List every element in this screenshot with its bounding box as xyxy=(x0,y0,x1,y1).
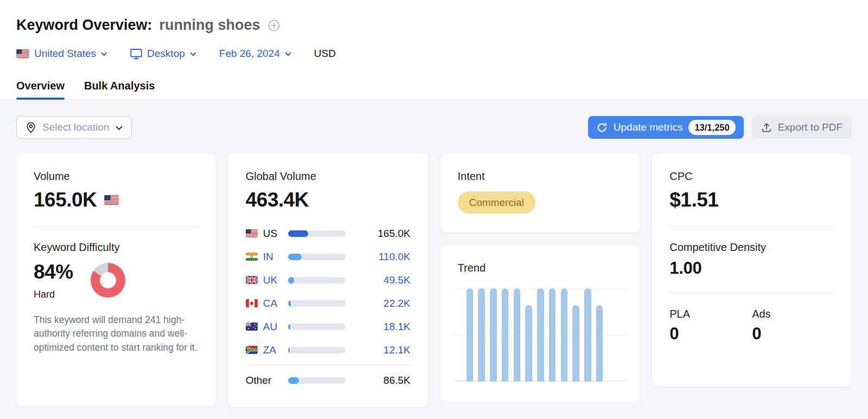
page-title: Keyword Overview: xyxy=(16,15,152,35)
trend-bar xyxy=(549,288,556,382)
country-code[interactable]: CA xyxy=(263,298,288,310)
country-volume-value[interactable]: 49.5K xyxy=(346,274,411,286)
location-pin-icon xyxy=(25,121,36,133)
date-selector[interactable]: Feb 26, 2024 xyxy=(219,47,291,61)
other-volume-row: Other86.5K xyxy=(246,369,411,392)
trend-bar xyxy=(467,288,474,382)
update-metrics-button[interactable]: Update metrics 13/1,250 xyxy=(588,116,744,139)
volume-bar-track xyxy=(288,254,346,260)
ads-label: Ads xyxy=(752,307,834,320)
intent-trend-column: Intent Commercial Trend xyxy=(441,153,640,402)
volume-bar-track xyxy=(288,230,346,237)
trend-bar xyxy=(514,288,521,382)
divider xyxy=(669,226,834,227)
country-code[interactable]: AU xyxy=(263,321,288,333)
country-code[interactable]: ZA xyxy=(263,344,288,356)
country-volume-row[interactable]: CA22.2K xyxy=(246,292,411,315)
select-location-button[interactable]: Select location xyxy=(16,116,132,139)
us-flag xyxy=(246,229,258,237)
device-selector[interactable]: Desktop xyxy=(130,47,196,61)
trend-bar xyxy=(490,288,497,382)
toolbar: Select location Update metrics 13/1,250 … xyxy=(16,116,852,139)
refresh-icon xyxy=(596,122,608,133)
ca-flag xyxy=(246,299,258,307)
trend-bar xyxy=(596,305,603,382)
header: Keyword Overview: running shoes United S… xyxy=(0,0,868,100)
kd-level: Hard xyxy=(34,288,73,300)
au-flag xyxy=(246,323,258,331)
country-volume-row[interactable]: UK49.5K xyxy=(246,268,411,292)
country-volume-row[interactable]: AU18.1K xyxy=(246,315,411,338)
country-volume-value[interactable]: 18.1K xyxy=(346,321,411,333)
country-code: US xyxy=(263,228,288,240)
competitive-density-label: Competitive Density xyxy=(669,241,834,254)
volume-label: Volume xyxy=(34,170,199,183)
intent-label: Intent xyxy=(458,170,623,183)
chevron-down-icon xyxy=(190,52,196,56)
country-volume-value[interactable]: 110.0K xyxy=(346,251,411,263)
volume-value: 165.0K xyxy=(34,188,97,212)
trend-bar xyxy=(502,288,509,382)
monitor-icon xyxy=(130,48,142,60)
trend-bar xyxy=(525,305,532,382)
competitive-density-value: 1.00 xyxy=(669,258,834,279)
trend-bar xyxy=(572,305,579,382)
trend-bar xyxy=(478,288,485,382)
global-volume-label: Global Volume xyxy=(246,170,411,183)
kd-donut-chart xyxy=(91,263,125,298)
export-pdf-button[interactable]: Export to PDF xyxy=(752,116,852,139)
pla-label: PLA xyxy=(669,307,752,320)
ads-block: Ads 0 xyxy=(752,307,834,344)
chevron-down-icon xyxy=(285,52,291,56)
country-selector-label: United States xyxy=(34,47,96,61)
intent-badge: Commercial xyxy=(458,191,535,214)
volume-bar-track xyxy=(288,300,346,307)
country-volume-value[interactable]: 22.2K xyxy=(346,298,411,310)
global-volume-list: US165.0KIN110.0KUK49.5KCA22.2KAU18.1KZA1… xyxy=(246,222,411,392)
pla-block: PLA 0 xyxy=(669,307,752,344)
country-volume-value[interactable]: 12.1K xyxy=(346,344,411,356)
global-volume-value: 463.4K xyxy=(246,188,411,212)
country-volume-row[interactable]: IN110.0K xyxy=(246,245,411,268)
trend-bar xyxy=(561,288,568,382)
cpc-card: CPC $1.51 Competitive Density 1.00 PLA 0… xyxy=(652,153,852,386)
chevron-down-icon xyxy=(116,126,123,131)
tab-overview[interactable]: Overview xyxy=(16,80,65,99)
update-count-badge: 13/1,250 xyxy=(688,120,735,135)
volume-bar-fill xyxy=(288,300,291,307)
add-keyword-icon[interactable] xyxy=(267,19,280,32)
trend-label: Trend xyxy=(458,261,623,274)
kd-value: 84% xyxy=(34,260,73,284)
content: Select location Update metrics 13/1,250 … xyxy=(0,100,868,419)
volume-bar-fill xyxy=(288,347,290,353)
volume-bar-fill xyxy=(288,254,302,260)
global-volume-card: Global Volume 463.4K US165.0KIN110.0KUK4… xyxy=(228,153,428,407)
tab-bulk-analysis[interactable]: Bulk Analysis xyxy=(84,80,155,99)
country-volume-value: 86.5K xyxy=(346,375,411,386)
chevron-down-icon xyxy=(101,52,107,56)
volume-value-row: 165.0K xyxy=(34,188,199,212)
title-row: Keyword Overview: running shoes xyxy=(16,15,852,35)
keyword-overview-page: Keyword Overview: running shoes United S… xyxy=(0,0,868,419)
za-flag xyxy=(246,346,258,354)
country-selector[interactable]: United States xyxy=(16,47,107,61)
country-code[interactable]: IN xyxy=(263,251,288,263)
trend-bar xyxy=(584,288,591,382)
country-code[interactable]: UK xyxy=(263,274,288,286)
ads-value: 0 xyxy=(752,324,834,344)
uk-flag xyxy=(246,276,258,284)
tabs: Overview Bulk Analysis xyxy=(16,80,852,99)
keyword-text: running shoes xyxy=(159,15,260,35)
select-location-label: Select location xyxy=(42,121,110,133)
country-volume-row[interactable]: ZA12.1K xyxy=(246,338,411,362)
filter-row: United States Desktop Feb 26, 2024 USD xyxy=(16,47,852,61)
trend-card: Trend xyxy=(441,245,640,402)
pla-ads-row: PLA 0 Ads 0 xyxy=(669,307,834,344)
kd-value-block: 84% Hard xyxy=(34,260,73,300)
us-flag xyxy=(104,195,119,205)
volume-bar-track xyxy=(288,324,346,330)
keyword-difficulty-row: 84% Hard xyxy=(34,260,199,300)
cpc-value: $1.51 xyxy=(669,188,834,212)
trend-bars xyxy=(467,288,603,382)
volume-bar-track xyxy=(288,377,346,384)
